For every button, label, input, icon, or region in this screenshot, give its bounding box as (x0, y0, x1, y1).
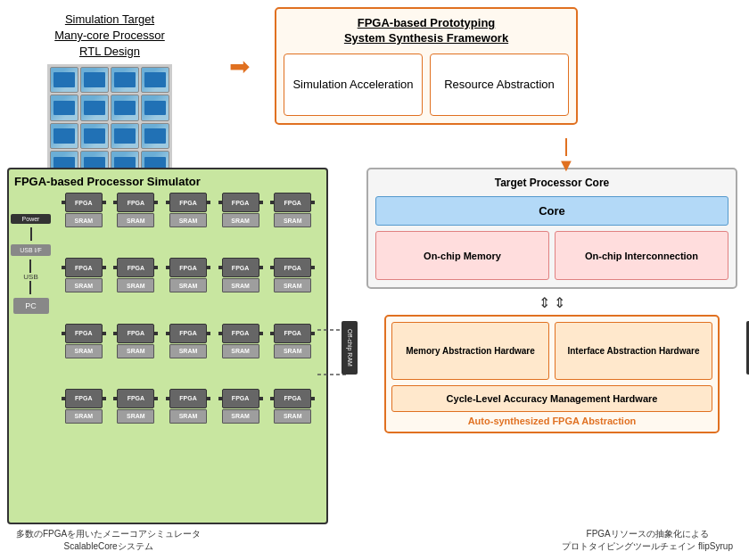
fpga-chip: FPGA (117, 389, 154, 408)
fpga-chip: FPGA (117, 258, 154, 277)
power-box: Power (11, 214, 51, 224)
fpga-sim-cell: FPGA SRAM (268, 258, 317, 320)
fpga-chip: FPGA (65, 258, 103, 277)
fpga-sim-cell: FPGA SRAM (163, 324, 213, 386)
fpga-chip: FPGA (65, 389, 103, 408)
fpga-chip: FPGA (117, 324, 154, 343)
fpga-sim-cell: FPGA SRAM (268, 389, 317, 451)
sram-chip: SRAM (222, 344, 259, 358)
fpga-sim-cell: FPGA SRAM (216, 193, 266, 255)
vert-line-2 (29, 259, 31, 273)
fpga-sim-cell: FPGA SRAM (268, 193, 317, 255)
chip-row: On-chip Memory On-chip Interconnection (375, 231, 728, 280)
fpga-cell (50, 95, 78, 121)
fpga-sim-cell: FPGA SRAM (111, 324, 161, 386)
fpga-sim-cell: FPGA SRAM (111, 193, 161, 255)
fpga-sim-cell: FPGA SRAM (59, 193, 109, 255)
vert-line-3 (29, 281, 31, 294)
fpga-chip: FPGA (117, 193, 154, 212)
cycle-mgmt-box: Cycle-Level Accuracy Management Hardware (391, 385, 712, 412)
fpga-grid-top (47, 64, 172, 180)
bottom-section: FPGA-based Processor Simulator Power USB… (7, 168, 742, 524)
fpga-chip: FPGA (274, 324, 311, 343)
fpga-sim-grid: FPGA SRAM FPGA SRAM FPGA SRAM FPGA SRAM … (59, 193, 317, 451)
fpga-sim-cell: FPGA SRAM (163, 258, 213, 320)
fpga-sim-cell: FPGA SRAM (59, 258, 109, 320)
right-panel: Target Processor Core Core On-chip Memor… (335, 168, 742, 524)
fpga-chip: FPGA (222, 258, 259, 277)
double-arrow: ⇕ ⇕ (366, 294, 737, 311)
fpga-cell (141, 95, 169, 121)
fpga-chip: FPGA (274, 389, 311, 408)
sram-chip: SRAM (65, 213, 103, 227)
sram-chip: SRAM (274, 409, 311, 424)
fpga-sim-cell: FPGA SRAM (268, 324, 317, 386)
fpga-cell (141, 123, 169, 150)
jp-label-right: FPGAリソースの抽象化による プロトタイピングツールチェイン flipSyru… (562, 528, 733, 553)
resource-abstraction-box: Resource Abstraction (430, 54, 569, 116)
sram-chip: SRAM (117, 278, 154, 292)
core-box: Core (375, 196, 728, 226)
sram-chip: SRAM (169, 409, 207, 424)
fpga-sim-cell: FPGA SRAM (163, 193, 213, 255)
jp-label-left: 多数のFPGAを用いたメニーコアシミュレータ ScalableCoreシステム (16, 528, 201, 553)
fpga-sim-cell: FPGA SRAM (216, 324, 266, 386)
sram-chip: SRAM (65, 344, 103, 358)
fpga-chip: FPGA (169, 193, 207, 212)
framework-title: FPGA-based Prototyping System Synthesis … (284, 16, 569, 46)
sim-target-box: Simulation Target Many-core Processor RT… (7, 7, 212, 185)
sram-chip: SRAM (222, 278, 259, 292)
fpga-sim-cell: FPGA SRAM (216, 389, 266, 451)
fpga-chip: FPGA (274, 193, 311, 212)
sram-chip: SRAM (169, 344, 207, 358)
memory-abstraction-box: Memory Abstraction Hardware (391, 322, 549, 380)
fpga-sim-cell: FPGA SRAM (59, 389, 109, 451)
fpga-simulator: FPGA-based Processor Simulator Power USB… (7, 168, 328, 524)
sram-chip: SRAM (117, 409, 154, 424)
fpga-sim-cell: FPGA SRAM (163, 389, 213, 451)
fpga-cell (80, 123, 109, 150)
fpga-cell (141, 67, 169, 94)
main-container: Simulation Target Many-core Processor RT… (0, 0, 749, 560)
fpga-sim-title: FPGA-based Processor Simulator (14, 175, 321, 188)
top-section: Simulation Target Many-core Processor RT… (7, 7, 742, 159)
usb-if-box: USB I/F (11, 244, 51, 256)
fpga-chip: FPGA (169, 389, 207, 408)
sram-chip: SRAM (274, 344, 311, 358)
sram-chip: SRAM (169, 213, 207, 227)
fpga-cell (50, 67, 78, 94)
sram-chip: SRAM (222, 213, 259, 227)
fpga-chip: FPGA (169, 258, 207, 277)
abstraction-section: Off-chip RAM FPGA I/O Memory Abstraction… (384, 315, 720, 433)
offchip-ram-label: Off-chip RAM (342, 321, 358, 375)
fpga-sim-cell: FPGA SRAM (59, 324, 109, 386)
sram-chip: SRAM (117, 344, 154, 358)
fpga-chip: FPGA (222, 389, 259, 408)
fpga-cell (111, 123, 139, 150)
bottom-labels: 多数のFPGAを用いたメニーコアシミュレータ ScalableCoreシステム … (7, 524, 742, 556)
sim-target-title: Simulation Target Many-core Processor RT… (54, 12, 165, 61)
fpga-chip: FPGA (65, 193, 103, 212)
vert-line (30, 227, 32, 241)
fpga-chip: FPGA (65, 324, 103, 343)
framework-box: FPGA-based Prototyping System Synthesis … (275, 7, 578, 125)
simulation-acceleration-box: Simulation Acceleration (284, 54, 423, 116)
sram-chip: SRAM (65, 409, 103, 424)
fpga-chip: FPGA (222, 193, 259, 212)
top-to-bottom-arrow: ▼ (557, 138, 575, 174)
on-chip-interconnect-box: On-chip Interconnection (555, 231, 728, 280)
fpga-cell (111, 67, 139, 94)
fpga-chip: FPGA (222, 324, 259, 343)
sram-chip: SRAM (274, 278, 311, 292)
interface-abstraction-box: Interface Abstraction Hardware (555, 322, 712, 380)
top-arrow-right: ➡ (212, 7, 266, 81)
sram-chip: SRAM (169, 278, 207, 292)
fpga-cell (80, 67, 109, 94)
framework-items: Simulation Acceleration Resource Abstrac… (284, 54, 569, 116)
target-processor-title: Target Processor Core (375, 177, 728, 189)
pc-box: PC (13, 298, 49, 314)
target-processor-box: Target Processor Core Core On-chip Memor… (366, 168, 737, 289)
fpga-sim-cell: FPGA SRAM (111, 389, 161, 451)
sram-chip: SRAM (65, 278, 103, 292)
left-controls: Power USB I/F USB PC (11, 214, 51, 314)
